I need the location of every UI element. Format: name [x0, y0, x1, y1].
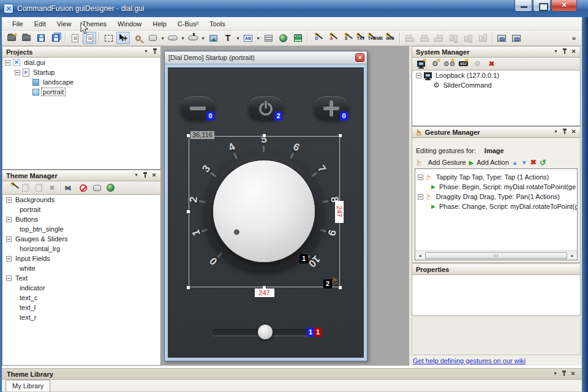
copy-theme-icon[interactable] — [19, 182, 31, 194]
theme-wizard-button[interactable]: THEME — [369, 32, 382, 44]
button-theme-icon[interactable] — [91, 182, 103, 194]
list-tool[interactable] — [262, 32, 275, 44]
zoom-tool[interactable] — [131, 32, 145, 44]
device-wizard-button[interactable]: D — [310, 32, 323, 44]
save-all-button[interactable] — [49, 32, 62, 44]
close-button[interactable]: ✕ — [551, 0, 577, 12]
web-theme-icon[interactable] — [104, 182, 116, 194]
menu-cbus[interactable]: C-Bus² — [172, 17, 204, 31]
gesture-manager-pin-icon[interactable] — [562, 128, 568, 136]
toolbar-overflow-button[interactable]: » — [572, 34, 576, 42]
projects-pin-icon[interactable] — [152, 48, 158, 56]
tree-item-text-c[interactable]: text_c — [2, 293, 160, 303]
slider-tool[interactable] — [166, 32, 179, 44]
tree-item-portrait[interactable]: portrait — [2, 87, 160, 97]
tree-item-backgrounds[interactable]: Backgrounds — [2, 195, 160, 205]
tree-item-text-r[interactable]: text_r — [2, 312, 160, 322]
add-gesture-button[interactable]: Add Gesture — [428, 159, 466, 166]
design-canvas[interactable]: 0 2 0 — [168, 67, 364, 358]
same-width-button[interactable] — [495, 32, 508, 44]
theme-wizard-icon[interactable] — [6, 182, 18, 194]
theme-manager-close-icon[interactable]: ✕ — [150, 172, 158, 179]
tree-item-tap-action[interactable]: ▶ Phase: Begin, Script: myDial.rotateToP… — [415, 182, 577, 192]
menu-edit[interactable]: Edit — [29, 17, 51, 31]
maximize-button[interactable] — [533, 0, 551, 12]
input-field-tool[interactable]: AB — [241, 32, 255, 44]
paste-theme-icon[interactable] — [32, 182, 45, 194]
menu-help[interactable]: Help — [147, 17, 172, 31]
tree-item-pan-gesture[interactable]: ☞ Draggity Drag Drag, Type: Pan(1 Action… — [415, 192, 577, 202]
tree-item-indicator[interactable]: indicator — [2, 283, 160, 293]
system-manager-close-icon[interactable]: ✕ — [570, 48, 578, 56]
same-height-button[interactable] — [510, 32, 523, 44]
horizontal-scrollbar[interactable]: ◄ ► — [415, 251, 577, 260]
move-down-icon[interactable]: ▼ — [521, 159, 527, 166]
button-tool-dropdown[interactable]: ▼ — [160, 32, 165, 44]
delete-gesture-icon[interactable]: ✖ — [530, 158, 537, 167]
text-tool-dropdown[interactable]: ▼ — [235, 32, 241, 44]
menu-window[interactable]: Window — [112, 17, 147, 31]
theme-library-dropdown-icon[interactable]: ▼ — [551, 370, 559, 378]
scroll-right-icon[interactable]: ► — [568, 254, 577, 258]
minimize-button[interactable] — [514, 0, 532, 12]
slider-knob[interactable] — [258, 325, 273, 339]
gesture-manager-close-icon[interactable]: ✕ — [570, 128, 578, 136]
resize-handle[interactable] — [338, 134, 342, 138]
flip-theme-icon[interactable]: ⋈ — [64, 182, 76, 194]
menu-view[interactable]: View — [51, 17, 77, 31]
tree-item-startup[interactable]: Startup — [2, 67, 160, 77]
resize-handle[interactable] — [262, 134, 266, 138]
edit-command-icon[interactable]: ⚙ — [471, 58, 484, 70]
add-macro-icon[interactable]: ⚙⚙★ — [443, 58, 456, 70]
add-system-icon[interactable]: ★ — [415, 58, 428, 70]
tree-item-bg-portrait[interactable]: portrait — [2, 205, 160, 214]
resize-handle[interactable] — [186, 285, 190, 290]
collapse-icon[interactable] — [5, 60, 10, 66]
image-tool[interactable] — [206, 32, 220, 44]
resize-handle[interactable] — [338, 285, 342, 290]
tree-item-text-l[interactable]: text_l — [2, 303, 160, 312]
tree-item-top-btn-single[interactable]: top_btn_single — [2, 224, 160, 234]
tree-item-gauges-sliders[interactable]: Gauges & Sliders — [2, 234, 160, 244]
button-tool[interactable] — [146, 32, 159, 44]
canvas-close-button[interactable]: ✕ — [355, 53, 364, 62]
align-left-button[interactable] — [402, 32, 416, 44]
theme-manager-pin-icon[interactable] — [142, 172, 148, 179]
add-numeric-icon[interactable]: 012★ — [457, 58, 470, 70]
align-bottom-button[interactable] — [476, 32, 489, 44]
system-manager-pin-icon[interactable] — [562, 48, 568, 56]
resize-handle[interactable] — [186, 134, 190, 138]
delete-system-icon[interactable]: ✖ — [485, 58, 498, 70]
resize-handle[interactable] — [186, 209, 190, 214]
tree-item-tap-gesture[interactable]: ☞ Tappity Tap Tap, Type: Tap (1 Actions) — [415, 172, 577, 182]
tab-my-library[interactable]: My Library — [6, 380, 50, 391]
theme-library-pin-icon[interactable] — [561, 370, 567, 378]
tree-item-text[interactable]: Text — [2, 273, 160, 283]
tree-item-loopback[interactable]: Loopback (127.0.0.1) — [412, 70, 580, 80]
new-project-button[interactable]: ★ — [5, 32, 18, 44]
text-tool[interactable]: T — [221, 32, 235, 44]
script-ide-button[interactable] — [83, 32, 96, 44]
input-tool-dropdown[interactable]: ▼ — [255, 32, 261, 44]
browser-tool[interactable] — [276, 32, 290, 44]
scroll-left-icon[interactable]: ◄ — [415, 254, 424, 258]
image-wizard-button[interactable]: IMG — [383, 32, 397, 44]
action-wizard-button[interactable]: A — [325, 32, 338, 44]
theme-library-close-icon[interactable]: ✕ — [569, 370, 577, 378]
gestures-wiki-link[interactable]: Get help defining gestures on our wiki — [413, 357, 526, 364]
scrollbar-thumb[interactable] — [425, 252, 567, 259]
slider-wizard-button[interactable]: S — [339, 32, 353, 44]
align-top-button[interactable] — [447, 32, 460, 44]
undo-icon[interactable]: ↺ — [540, 158, 546, 167]
align-middle-button[interactable] — [461, 32, 475, 44]
projects-dropdown-icon[interactable]: ▼ — [142, 48, 150, 56]
plus-button-object[interactable]: 0 — [314, 96, 349, 121]
align-right-button[interactable] — [432, 32, 445, 44]
disable-theme-icon[interactable] — [77, 182, 89, 194]
marquee-select-tool[interactable] — [102, 32, 115, 44]
open-project-button[interactable] — [20, 32, 33, 44]
save-button[interactable] — [34, 32, 48, 44]
add-action-button[interactable]: Add Action — [477, 159, 509, 166]
tree-item-dialgui[interactable]: dial.gui — [2, 58, 160, 67]
menu-tools[interactable]: Tools — [204, 17, 231, 31]
